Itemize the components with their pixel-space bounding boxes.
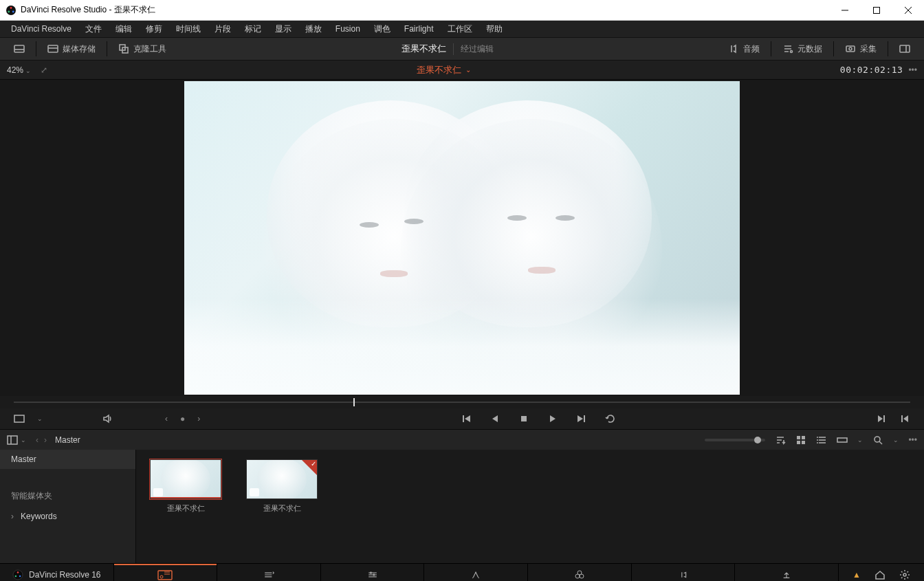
menu-edit[interactable]: 编辑 — [109, 22, 139, 36]
metadata-panel-button[interactable]: 元数据 — [776, 41, 829, 58]
metadata-panel-label: 元数据 — [798, 43, 822, 55]
zoom-dropdown[interactable]: 42% ⌄ — [7, 65, 31, 75]
clone-tool-button[interactable]: 克隆工具 — [111, 41, 173, 58]
svg-rect-20 — [521, 416, 527, 421]
mute-button[interactable] — [102, 413, 113, 424]
chevron-down-icon[interactable]: ⌄ — [21, 437, 26, 443]
strip-view-button[interactable] — [837, 435, 848, 446]
svg-point-48 — [472, 577, 473, 578]
video-canvas[interactable] — [184, 81, 740, 395]
svg-point-53 — [903, 573, 906, 576]
warning-icon[interactable]: ▲ — [852, 570, 861, 580]
menu-help[interactable]: 帮助 — [479, 22, 509, 36]
svg-point-36 — [13, 570, 23, 580]
svg-point-38 — [15, 575, 17, 577]
chevron-down-icon[interactable]: ⌄ — [893, 437, 899, 443]
bin-layout-button[interactable] — [7, 435, 18, 446]
tab-fairlight[interactable] — [631, 564, 735, 581]
media-pool: Master 智能媒体夹 ›Keywords 歪果不求仁 ✓ 歪果不求仁 — [0, 450, 924, 563]
check-icon: ✓ — [311, 460, 316, 468]
tab-fusion[interactable] — [424, 564, 527, 581]
sidebar-heading-smart: 智能媒体夹 — [0, 485, 135, 507]
media-storage-button[interactable]: 媒体存储 — [41, 41, 102, 58]
clone-tool-label: 克隆工具 — [133, 43, 166, 55]
app-logo-icon — [6, 5, 16, 16]
stop-button[interactable] — [518, 413, 529, 424]
viewer-options-icon[interactable]: ••• — [908, 65, 917, 75]
menu-color[interactable]: 调色 — [367, 22, 397, 36]
tab-deliver[interactable] — [734, 564, 838, 581]
menu-trim[interactable]: 修剪 — [139, 22, 169, 36]
audio-panel-button[interactable]: 音频 — [721, 41, 767, 58]
home-button[interactable] — [874, 569, 886, 580]
inspector-toggle-button[interactable] — [892, 41, 917, 57]
svg-point-34 — [874, 437, 880, 442]
menu-playback[interactable]: 播放 — [298, 22, 329, 36]
window-minimize-button[interactable] — [829, 0, 861, 21]
menu-clip[interactable]: 片段 — [208, 22, 238, 36]
go-first-button[interactable] — [461, 413, 472, 424]
sidebar-item-keywords[interactable]: ›Keywords — [0, 507, 135, 526]
tab-edit[interactable] — [320, 564, 424, 581]
layout-toggle-button[interactable] — [7, 41, 32, 57]
svg-rect-19 — [14, 415, 24, 422]
menu-file[interactable]: 文件 — [78, 22, 109, 36]
bin-options-icon[interactable]: ••• — [908, 435, 917, 445]
menu-fusion[interactable]: Fusion — [329, 23, 367, 35]
viewer-timecode[interactable]: 00:02:02:13 — [840, 65, 903, 75]
viewer-mode-button[interactable] — [14, 413, 25, 424]
prev-mark-icon[interactable]: ‹ — [165, 414, 168, 424]
go-last-button[interactable] — [576, 413, 587, 424]
svg-point-31 — [817, 439, 818, 441]
window-title: DaVinci Resolve Studio - 歪果不求仁 — [21, 4, 155, 16]
play-button[interactable] — [547, 413, 558, 424]
thumbnail-size-slider[interactable] — [705, 439, 765, 441]
svg-rect-33 — [837, 438, 847, 442]
last-clip-button[interactable] — [899, 413, 910, 424]
svg-line-35 — [879, 441, 882, 444]
clip-thumbnail[interactable]: ✓ 歪果不求仁 — [246, 459, 318, 514]
svg-point-3 — [12, 10, 14, 12]
timeline-badge-icon — [250, 488, 259, 496]
menu-workspace[interactable]: 工作区 — [441, 22, 479, 36]
thumb-view-button[interactable] — [795, 435, 806, 446]
capture-panel-button[interactable]: 采集 — [838, 41, 883, 58]
search-button[interactable] — [872, 435, 883, 446]
menu-fairlight[interactable]: Fairlight — [397, 23, 441, 35]
clip-name: 歪果不求仁 — [167, 503, 205, 514]
window-maximize-button[interactable] — [861, 0, 892, 21]
settings-button[interactable] — [899, 569, 910, 580]
tab-color[interactable] — [527, 564, 631, 581]
chevron-down-icon[interactable]: ⌄ — [37, 415, 43, 422]
menu-davinci[interactable]: DaVinci Resolve — [4, 23, 78, 35]
bin-sidebar: Master 智能媒体夹 ›Keywords — [0, 450, 136, 563]
bin-path[interactable]: Master — [55, 435, 80, 445]
sidebar-item-master[interactable]: Master — [0, 450, 135, 469]
loop-button[interactable] — [605, 413, 616, 424]
viewer-expand-icon[interactable]: ⤢ — [41, 65, 47, 75]
clip-thumbnail[interactable]: 歪果不求仁 — [150, 459, 221, 514]
menu-timeline[interactable]: 时间线 — [169, 22, 208, 36]
menu-mark[interactable]: 标记 — [238, 22, 268, 36]
jog-bar[interactable] — [0, 396, 924, 408]
list-view-button[interactable] — [816, 435, 827, 446]
clip-pool[interactable]: 歪果不求仁 ✓ 歪果不求仁 — [136, 450, 924, 563]
svg-rect-17 — [900, 45, 910, 52]
chevron-down-icon[interactable]: ⌄ — [465, 66, 471, 74]
menu-view[interactable]: 显示 — [268, 22, 298, 36]
tab-cut[interactable] — [217, 564, 320, 581]
next-clip-button[interactable] — [876, 413, 887, 424]
svg-rect-23 — [797, 436, 800, 439]
svg-point-52 — [580, 574, 584, 578]
sort-button[interactable] — [775, 435, 786, 446]
nav-back-button[interactable]: ‹ — [36, 435, 38, 445]
tab-media[interactable] — [113, 564, 217, 581]
playhead-icon[interactable] — [353, 398, 355, 406]
window-close-button[interactable] — [892, 0, 924, 21]
play-reverse-button[interactable] — [490, 413, 500, 424]
chevron-down-icon[interactable]: ⌄ — [857, 437, 863, 443]
svg-rect-45 — [370, 571, 371, 573]
nav-forward-button[interactable]: › — [44, 435, 47, 445]
viewer-panel — [0, 80, 924, 396]
viewer-clip-name[interactable]: 歪果不求仁 — [417, 64, 461, 76]
